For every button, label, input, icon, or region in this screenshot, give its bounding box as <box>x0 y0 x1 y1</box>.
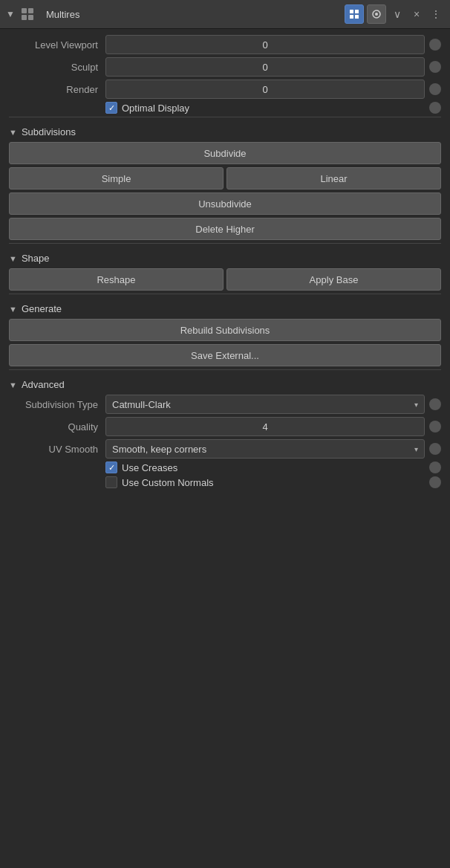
optimal-display-wrapper[interactable]: ✓ Optimal Display <box>105 102 425 114</box>
reshape-applybase-row: Reshape Apply Base <box>9 268 441 291</box>
sculpt-input[interactable] <box>105 57 425 77</box>
optimal-display-dot[interactable] <box>429 102 441 114</box>
viewport-toggle[interactable] <box>345 4 364 24</box>
use-custom-normals-row: Use Custom Normals <box>9 476 441 488</box>
uv-smooth-select[interactable]: Smooth, keep corners ▾ <box>105 439 425 459</box>
shape-arrow: ▼ <box>9 254 17 263</box>
level-viewport-input[interactable] <box>105 35 425 54</box>
divider-2 <box>9 243 441 244</box>
generate-label: Generate <box>22 303 62 314</box>
expand-options-icon[interactable]: ∨ <box>389 6 405 22</box>
use-creases-dot[interactable] <box>429 461 441 473</box>
level-viewport-dot[interactable] <box>429 39 441 51</box>
reshape-button[interactable]: Reshape <box>9 268 224 291</box>
collapse-arrow[interactable]: ▼ <box>6 9 15 19</box>
quality-input[interactable] <box>105 417 425 436</box>
apply-base-button[interactable]: Apply Base <box>226 268 441 291</box>
divider-3 <box>9 294 441 294</box>
subdivisions-label: Subdivisions <box>22 126 76 137</box>
uv-smooth-value: Smooth, keep corners <box>112 444 206 455</box>
use-creases-checkbox[interactable]: ✓ <box>105 461 117 473</box>
svg-rect-3 <box>28 15 33 20</box>
use-custom-normals-wrapper[interactable]: Use Custom Normals <box>105 476 425 488</box>
quality-row: Quality <box>9 417 441 436</box>
sculpt-label: Sculpt <box>9 62 105 73</box>
rebuild-subdivisions-button[interactable]: Rebuild Subdivisions <box>9 319 441 341</box>
uv-smooth-label: UV Smooth <box>9 444 105 455</box>
shape-section-header[interactable]: ▼ Shape <box>9 247 441 268</box>
subdivide-button[interactable]: Subdivide <box>9 142 441 164</box>
use-creases-wrapper[interactable]: ✓ Use Creases <box>105 461 425 473</box>
advanced-label: Advanced <box>22 379 65 390</box>
simple-linear-row: Simple Linear <box>9 167 441 190</box>
linear-button[interactable]: Linear <box>226 167 441 190</box>
quality-label: Quality <box>9 421 105 433</box>
subdivisions-arrow: ▼ <box>9 128 17 137</box>
close-icon[interactable]: × <box>408 6 425 22</box>
svg-point-9 <box>375 13 378 16</box>
creases-checkmark-icon: ✓ <box>108 463 115 473</box>
advanced-arrow: ▼ <box>9 380 17 389</box>
level-viewport-row: Level Viewport <box>9 35 441 54</box>
svg-rect-6 <box>350 15 353 19</box>
render-toggle[interactable] <box>367 4 386 24</box>
unsubdivide-button[interactable]: Unsubdivide <box>9 192 441 215</box>
render-label: Render <box>9 84 105 95</box>
menu-icon[interactable]: ⋮ <box>428 6 444 22</box>
svg-rect-7 <box>355 15 359 19</box>
svg-rect-4 <box>350 10 353 13</box>
subdivision-type-row: Subdivision Type Catmull-Clark ▾ <box>9 395 441 414</box>
simple-button[interactable]: Simple <box>9 167 224 190</box>
header-actions: ∨ × ⋮ <box>345 4 444 24</box>
svg-rect-0 <box>22 8 27 13</box>
subdivision-type-select[interactable]: Catmull-Clark ▾ <box>105 395 425 414</box>
uv-smooth-chevron: ▾ <box>414 445 418 453</box>
render-input[interactable] <box>105 80 425 99</box>
sculpt-row: Sculpt <box>9 57 441 77</box>
quality-dot[interactable] <box>429 421 441 433</box>
generate-section-header[interactable]: ▼ Generate <box>9 297 441 319</box>
level-viewport-label: Level Viewport <box>9 39 105 51</box>
use-creases-row: ✓ Use Creases <box>9 461 441 473</box>
optimal-display-row: ✓ Optimal Display <box>9 102 441 114</box>
uv-smooth-dot[interactable] <box>429 443 441 455</box>
checkmark-icon: ✓ <box>108 103 115 113</box>
modifier-header: ▼ Multires ∨ × ⋮ <box>0 0 450 29</box>
advanced-section-header[interactable]: ▼ Advanced <box>9 373 441 395</box>
svg-rect-1 <box>28 8 33 13</box>
subdivision-type-value: Catmull-Clark <box>112 399 171 410</box>
uv-smooth-row: UV Smooth Smooth, keep corners ▾ <box>9 439 441 459</box>
subdivision-type-chevron: ▾ <box>414 401 418 409</box>
use-creases-label: Use Creases <box>122 462 177 473</box>
subdivision-type-dot[interactable] <box>429 398 441 410</box>
optimal-display-checkbox[interactable]: ✓ <box>105 102 117 114</box>
divider-1 <box>9 117 441 117</box>
use-custom-normals-label: Use Custom Normals <box>122 477 214 488</box>
divider-4 <box>9 369 441 370</box>
save-external-button[interactable]: Save External... <box>9 344 441 366</box>
generate-arrow: ▼ <box>9 305 17 314</box>
modifier-type-icon <box>19 6 36 22</box>
svg-rect-2 <box>22 15 27 20</box>
modifier-content: Level Viewport Sculpt Render ✓ Optimal D… <box>0 29 450 497</box>
use-custom-normals-checkbox[interactable] <box>105 476 117 488</box>
subdivisions-section-header[interactable]: ▼ Subdivisions <box>9 120 441 142</box>
use-custom-normals-dot[interactable] <box>429 476 441 488</box>
subdivision-type-label: Subdivision Type <box>9 399 105 410</box>
delete-higher-button[interactable]: Delete Higher <box>9 218 441 240</box>
shape-label: Shape <box>22 253 50 264</box>
optimal-display-label: Optimal Display <box>122 103 189 114</box>
render-row: Render <box>9 80 441 99</box>
svg-rect-5 <box>355 10 359 13</box>
render-dot[interactable] <box>429 83 441 95</box>
sculpt-dot[interactable] <box>429 61 441 73</box>
modifier-name[interactable]: Multires <box>40 6 340 23</box>
